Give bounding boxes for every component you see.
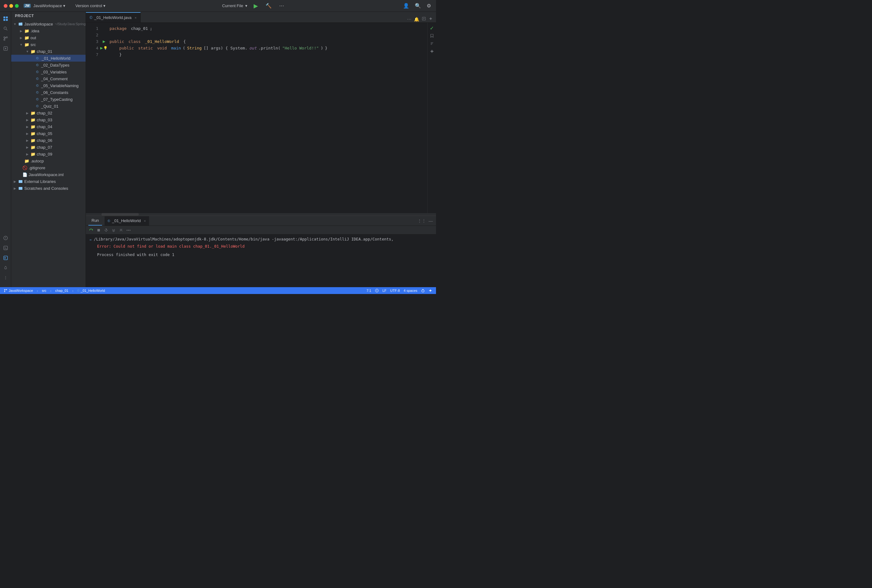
run-arrow-class-icon[interactable]: ▶: [103, 39, 105, 44]
activity-notifications-icon[interactable]: [1, 264, 10, 272]
gutter-run-4[interactable]: ▶ 💡: [100, 45, 108, 51]
project-selector[interactable]: JW JavaWorkspace ▾: [24, 3, 65, 8]
tree-item-quiz01[interactable]: © _Quiz_01: [11, 103, 86, 110]
tree-label-01: _01_HelloWorld: [42, 56, 71, 61]
tree-item-03Variables[interactable]: © _03_Variables: [11, 69, 86, 75]
gutter-run-3[interactable]: ▶: [103, 38, 105, 45]
folder-chap03-icon: 📁: [30, 117, 36, 122]
bottom-tab-file[interactable]: © _01_HelloWorld ×: [105, 216, 149, 225]
activity-more-icon[interactable]: [1, 273, 10, 282]
account-icon[interactable]: 👤: [402, 2, 410, 9]
println-text: .println(: [259, 45, 281, 51]
activity-search-icon[interactable]: [1, 24, 10, 33]
tree-arrow-gitignore: [19, 165, 22, 170]
activity-vcs-icon[interactable]: [1, 34, 10, 43]
current-file-selector[interactable]: Current File ▾: [222, 3, 248, 8]
java-file-05-icon: ©: [35, 83, 40, 88]
tab-gutter-button[interactable]: [421, 16, 427, 22]
tree-item-chap04[interactable]: ▶ 📁 chap_04: [11, 123, 86, 130]
status-sep1: ›: [37, 288, 38, 293]
code-line-4: public static void main(String[] args) {…: [110, 45, 423, 51]
code-line-3: public class _01_HelloWorld {: [110, 38, 423, 45]
tree-item-out[interactable]: ▶ 📁 out: [11, 34, 86, 41]
activity-terminal-icon[interactable]: [1, 244, 10, 252]
bottom-more-button[interactable]: ⋮⋮: [417, 218, 427, 224]
java-file-04-icon: ©: [35, 76, 40, 81]
status-git-branch[interactable]: JavaWorkspace: [4, 289, 33, 292]
tree-item-chap07[interactable]: ▶ 📁 chap_07: [11, 144, 86, 151]
tree-item-chap01[interactable]: ▼ 📁 chap_01: [11, 48, 86, 55]
tree-item-scratches[interactable]: ▶ Scratches and Consoles: [11, 185, 86, 192]
bookmark-icon[interactable]: [430, 34, 434, 39]
tree-item-02DataTypes[interactable]: © _02_DataTypes: [11, 62, 86, 69]
tree-item-chap05[interactable]: ▶ 📁 chap_05: [11, 130, 86, 137]
bottom-tab-run[interactable]: Run: [89, 216, 102, 225]
tree-item-06Constants[interactable]: © _06_Constants: [11, 89, 86, 96]
tree-item-idea[interactable]: ▶ 📁 .idea: [11, 27, 86, 34]
status-ai-icon[interactable]: [429, 289, 432, 292]
status-lf[interactable]: LF: [383, 289, 387, 292]
tree-label-03: _03_Variables: [41, 70, 67, 74]
code-editor[interactable]: package chap_01; public class _01_HelloW…: [107, 23, 427, 213]
tree-arrow-src: ▼: [19, 42, 24, 47]
args-text: [] args) { System.: [204, 45, 248, 51]
stop-button[interactable]: [96, 227, 102, 233]
tree-item-chap09[interactable]: ▶ 📁 chap_09: [11, 151, 86, 158]
tab-more-button[interactable]: ⋯: [407, 16, 412, 22]
tree-label-gitignore: .gitignore: [29, 165, 45, 170]
tree-item-gitignore[interactable]: 🚫 .gitignore: [11, 164, 86, 171]
build-icon[interactable]: 🔨: [264, 2, 273, 9]
scroll-to-end-button[interactable]: [111, 227, 116, 233]
minimize-button[interactable]: [9, 4, 13, 8]
console-more-button[interactable]: ⋯: [126, 227, 131, 233]
tree-item-root[interactable]: ▼ JavaWorkspace ~/Study/Java:Spring/Java…: [11, 21, 86, 27]
tree-item-chap02[interactable]: ▶ 📁 chap_02: [11, 110, 86, 116]
console-toolbar: ⋯: [86, 226, 436, 235]
tab-notifications-button[interactable]: 🔔: [413, 16, 420, 22]
tree-item-04Comment[interactable]: © _04_Comment: [11, 75, 86, 82]
settings-icon[interactable]: ⚙: [425, 2, 432, 9]
editor-tab-01HelloWorld[interactable]: © _01_HelloWorld.java ×: [86, 12, 141, 22]
activity-project-icon[interactable]: [1, 14, 10, 23]
activity-run-console-icon[interactable]: [1, 254, 10, 262]
java-file-03-icon: ©: [35, 69, 40, 74]
svg-rect-21: [19, 187, 23, 190]
activity-run-icon[interactable]: [1, 44, 10, 53]
more-options-button[interactable]: ⋯: [278, 2, 285, 9]
tree-item-src[interactable]: ▼ 📁 src: [11, 41, 86, 48]
rerun-button[interactable]: [89, 227, 94, 233]
run-tab-close-button[interactable]: ×: [144, 219, 146, 223]
bottom-panel: Run © _01_HelloWorld × ⋮⋮ ―: [86, 216, 436, 287]
search-icon[interactable]: 🔍: [414, 2, 422, 9]
status-position[interactable]: 7:1: [366, 289, 371, 292]
close-button[interactable]: [4, 4, 8, 8]
scroll-up-button[interactable]: [118, 227, 124, 233]
java-file-quiz-icon: ©: [35, 104, 40, 109]
ai-gutter-icon[interactable]: [430, 49, 434, 54]
tree-item-07TypeCasting[interactable]: © _07_TypeCasting: [11, 96, 86, 103]
tree-item-05VarNaming[interactable]: © _05_VariableNaming: [11, 82, 86, 89]
status-warnings[interactable]: [375, 289, 379, 292]
tab-close-button[interactable]: ×: [135, 16, 137, 20]
run-button[interactable]: ▶: [252, 2, 259, 10]
tree-item-chap06[interactable]: ▶ 📁 chap_06: [11, 137, 86, 144]
status-indent[interactable]: 4 spaces: [404, 289, 417, 292]
version-control-selector[interactable]: Version control ▾: [75, 3, 105, 8]
structure-icon[interactable]: [430, 41, 434, 46]
tree-item-chap03[interactable]: ▶ 📁 chap_03: [11, 116, 86, 123]
fullscreen-button[interactable]: [15, 4, 19, 8]
status-bar: JavaWorkspace › src › chap_01 › © _01_He…: [0, 287, 436, 294]
bottom-minimize-button[interactable]: ―: [428, 218, 434, 224]
editor-horizontal-scrollbar[interactable]: [86, 213, 436, 216]
restore-output-button[interactable]: [103, 227, 109, 233]
status-power-icon[interactable]: [421, 289, 425, 292]
folder-chap02-icon: 📁: [30, 111, 36, 116]
status-charset[interactable]: UTF-8: [390, 289, 400, 292]
tab-ai-button[interactable]: [428, 16, 434, 22]
tree-item-extlibs[interactable]: ▶ External Libraries: [11, 178, 86, 185]
tree-item-01HelloWorld[interactable]: © _01_HelloWorld: [11, 55, 86, 62]
tree-item-autocp[interactable]: ▶ 📁 .autocp: [11, 158, 86, 164]
run-arrow-method-icon[interactable]: ▶: [100, 46, 103, 50]
activity-problems-icon[interactable]: [1, 234, 10, 242]
tree-item-iml[interactable]: 📄 JavaWorkspace.iml: [11, 171, 86, 178]
